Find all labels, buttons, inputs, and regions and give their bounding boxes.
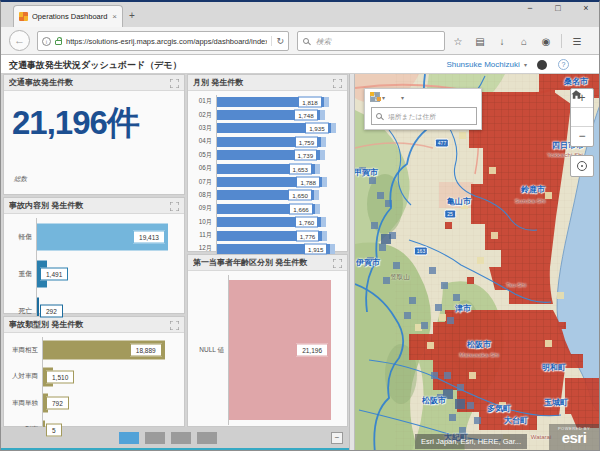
tab-favicon-icon (19, 12, 28, 21)
by-content-bar-chart[interactable]: 軽傷19,413重傷1,491死亡292 (6, 218, 180, 309)
url-bar[interactable]: i https://solutions-esrij.maps.arcgis.co… (37, 31, 289, 51)
browser-tab[interactable]: Operations Dashboard × (13, 5, 123, 27)
expand-icon[interactable] (170, 197, 179, 215)
chart-row: 09月1,666 (190, 202, 343, 215)
value-label: 19,413 (133, 230, 165, 243)
layers-icon (370, 92, 382, 102)
back-button[interactable]: ← (9, 30, 30, 51)
chart-row: 重傷1,491 (6, 255, 180, 292)
widget-title: 月別 発生件数 (193, 77, 333, 88)
tab-title: Operations Dashboard (32, 12, 108, 21)
home-extent-button[interactable] (571, 108, 593, 127)
help-button[interactable]: ? (558, 59, 569, 70)
reload-button[interactable]: ↻ (271, 36, 284, 46)
axis-category-label: 05月 (190, 151, 216, 160)
value-label: 5 (46, 423, 62, 436)
chevron-down-icon: ▾ (401, 94, 404, 101)
shield-icon[interactable]: ◉ (539, 36, 553, 47)
pager-dots (119, 432, 217, 444)
monthly-bar-chart[interactable]: 01月1,81802月1,74803月1,93504月1,75905月1,739… (190, 95, 343, 247)
window-minimize-button[interactable]: − (523, 3, 537, 13)
reading-list-icon[interactable]: ▤ (473, 36, 487, 47)
chart-row: 04月1,759 (190, 135, 343, 148)
expand-icon[interactable] (333, 254, 342, 272)
axis-category-label: 06月 (190, 164, 216, 173)
new-tab-button[interactable]: + (129, 10, 135, 21)
chart-row: 10月1,760 (190, 216, 343, 229)
window-close-button[interactable]: × (579, 3, 593, 13)
value-label: 18,889 (130, 344, 162, 357)
collapse-panel-button[interactable]: − (331, 432, 343, 444)
titlebar: Operations Dashboard × + − □ × (1, 2, 599, 27)
axis-category-label: 07月 (190, 178, 216, 187)
map-container[interactable]: 桑名市四日市市Yokkaichi-Shi鈴鹿市Suzuka-Shi亀山市甲賀市伊… (355, 74, 600, 451)
by-category-bar-chart[interactable]: 車両相互18,889人対車両1,510車両単独792列車5 (6, 337, 180, 422)
value-label: 1,748 (294, 110, 317, 121)
home-icon[interactable]: ⌂ (517, 36, 531, 47)
axis-category-label: 重傷 (6, 269, 36, 279)
chart-row: 車両相互18,889 (6, 337, 180, 364)
map-search-box[interactable] (371, 107, 477, 125)
browser-window: Operations Dashboard × + − □ × ← i https… (0, 0, 600, 451)
widget-monthly: 月別 発生件数 01月1,81802月1,74803月1,93504月1,759… (187, 74, 348, 252)
value-label: 1,666 (289, 203, 312, 214)
chart-row: 07月1,788 (190, 175, 343, 188)
value-label: 21,196 (296, 344, 328, 357)
value-label: 1,760 (295, 217, 318, 228)
widget-panel: 交通事故発生件数 21,196件 総数 事故内容別 発生件数 軽傷19,413重… (1, 74, 349, 451)
map-search-input[interactable] (386, 112, 472, 121)
window-maximize-button[interactable]: □ (551, 3, 565, 13)
widget-title: 事故内容別 発生件数 (9, 200, 170, 211)
total-accidents-value: 21,196件 (12, 101, 139, 146)
page-dot-2[interactable] (145, 432, 165, 444)
browser-search-box[interactable] (297, 31, 445, 51)
page-dot-1[interactable] (119, 432, 139, 444)
chart-row: NULL 値21,196 (190, 275, 343, 425)
axis-category-label: 車両相互 (6, 346, 42, 355)
axis-category-label: 01月 (190, 97, 216, 106)
age-group-bar-chart[interactable]: NULL 値21,196 (190, 275, 343, 422)
widget-title: 交通事故発生件数 (9, 77, 170, 88)
axis-category-label: NULL 値 (190, 346, 228, 355)
page-dot-3[interactable] (171, 432, 191, 444)
expand-icon[interactable] (170, 316, 179, 334)
axis-category-label: 08月 (190, 191, 216, 200)
value-label: 1,788 (296, 177, 319, 188)
search-icon (376, 113, 382, 119)
widget-title: 事故類型別 発生件数 (9, 319, 170, 330)
locate-icon (577, 161, 587, 171)
chart-row: 車両単独792 (6, 390, 180, 417)
zoom-out-button[interactable]: − (571, 127, 593, 146)
value-label: 1,759 (295, 136, 318, 147)
url-text[interactable]: https://solutions-esrij.maps.arcgis.com/… (66, 37, 267, 46)
value-label: 1,935 (305, 123, 328, 134)
map-canvas (355, 74, 600, 451)
value-label: 1,650 (288, 190, 311, 201)
axis-category-label: 死亡 (6, 306, 36, 316)
bookmark-star-icon[interactable]: ☆ (451, 36, 465, 47)
site-info-icon[interactable]: i (42, 37, 51, 46)
axis-category-label: 車両単独 (6, 399, 42, 408)
axis-category-label: 03月 (190, 124, 216, 133)
esri-logo: POWERED BY esri (549, 424, 599, 450)
page-dot-4[interactable] (197, 432, 217, 444)
downloads-icon[interactable]: ↓ (495, 36, 509, 47)
expand-icon[interactable] (170, 74, 179, 92)
axis-category-label: 09月 (190, 204, 216, 213)
browser-search-input[interactable] (314, 36, 439, 47)
chart-row: 02月1,748 (190, 108, 343, 121)
value-label: 1,776 (296, 230, 319, 241)
locate-button[interactable] (570, 155, 594, 177)
menu-icon[interactable]: ☰ (570, 36, 584, 47)
total-accidents-caption: 総数 (14, 175, 27, 184)
widget-by-content: 事故内容別 発生件数 軽傷19,413重傷1,491死亡292 (3, 197, 185, 314)
layers-button[interactable]: ▾ (399, 94, 404, 101)
value-label: 1,491 (40, 267, 68, 280)
app-menu-icon[interactable] (537, 60, 547, 70)
map-search-panel: ▾ ▾ (364, 88, 482, 130)
expand-icon[interactable] (333, 74, 342, 92)
tab-close-icon[interactable]: × (112, 12, 117, 21)
axis-category-label: 04月 (190, 137, 216, 146)
map-zoom-controls: + − (570, 88, 594, 147)
user-menu[interactable]: Shunsuke Mochizuki ▾ (446, 60, 527, 69)
